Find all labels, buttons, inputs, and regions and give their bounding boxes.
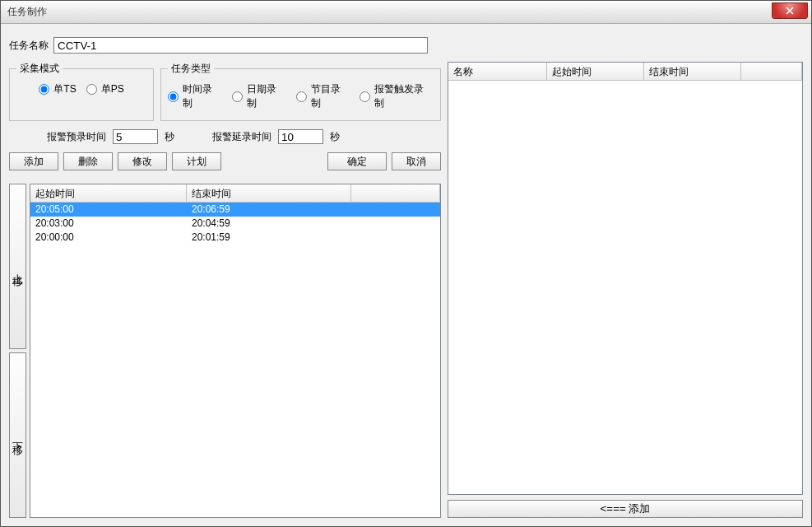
left-col-rest[interactable]: [351, 184, 440, 202]
cell-end: 20:04:59: [187, 217, 351, 231]
window-title: 任务制作: [7, 5, 47, 19]
alarm-delay-label: 报警延录时间: [212, 130, 271, 144]
radio-prog-rec-input[interactable]: [296, 91, 307, 102]
ok-button[interactable]: 确定: [327, 152, 387, 170]
cell-start: 20:05:00: [30, 203, 187, 217]
move-bar: 上移 下移: [9, 184, 26, 518]
alarm-pre-label: 报警预录时间: [47, 130, 106, 144]
table-row[interactable]: 20:05:0020:06:59: [30, 203, 440, 217]
left-column: 采集模式 单TS 单PS: [9, 62, 441, 518]
task-type-legend: 任务类型: [168, 62, 214, 76]
right-column: 名称 起始时间 结束时间 <=== 添加: [448, 62, 803, 518]
right-col-end[interactable]: 结束时间: [644, 63, 741, 80]
right-col-rest[interactable]: [741, 63, 802, 80]
alarm-delay-input[interactable]: [278, 129, 323, 144]
radio-prog-rec[interactable]: 节目录制: [296, 82, 350, 110]
left-grid-header: 起始时间 结束时间: [30, 184, 440, 203]
plan-button[interactable]: 计划: [172, 152, 221, 170]
cancel-button[interactable]: 取消: [392, 152, 441, 170]
radio-single-ps[interactable]: 单PS: [86, 82, 124, 96]
list-area: 上移 下移 起始时间 结束时间 20:05:0020:06:5920:03:00…: [9, 184, 441, 518]
radio-date-rec[interactable]: 日期录制: [232, 82, 286, 110]
content-area: 任务名称 采集模式 单TS: [1, 24, 811, 526]
right-col-name[interactable]: 名称: [448, 63, 547, 80]
alarm-time-row: 报警预录时间 秒 报警延录时间 秒: [9, 129, 441, 144]
cell-start: 20:03:00: [30, 217, 187, 231]
left-col-end[interactable]: 结束时间: [187, 184, 351, 202]
task-name-label: 任务名称: [9, 39, 49, 53]
right-grid-body[interactable]: [448, 81, 802, 494]
right-grid-header: 名称 起始时间 结束时间: [448, 63, 802, 81]
cell-end: 20:01:59: [187, 231, 351, 245]
radio-single-ps-input[interactable]: [86, 84, 97, 95]
alarm-delay-unit: 秒: [330, 130, 340, 144]
radio-time-rec[interactable]: 时间录制: [168, 82, 222, 110]
add-back-button[interactable]: <=== 添加: [448, 500, 803, 518]
move-up-button[interactable]: 上移: [9, 184, 26, 349]
right-col-start[interactable]: 起始时间: [547, 63, 644, 80]
modify-button[interactable]: 修改: [118, 152, 167, 170]
move-down-button[interactable]: 下移: [9, 352, 26, 518]
capture-mode-legend: 采集模式: [16, 62, 63, 76]
task-make-window: 任务制作 任务名称 采集模式 单TS: [0, 0, 812, 527]
cell-start: 20:00:00: [30, 231, 187, 245]
task-name-input[interactable]: [53, 37, 428, 54]
button-row: 添加 删除 修改 计划 确定 取消: [9, 152, 441, 170]
table-row[interactable]: 20:00:0020:01:59: [30, 231, 440, 245]
add-button[interactable]: 添加: [9, 152, 58, 170]
radio-alarm-rec[interactable]: 报警触发录制: [360, 82, 434, 110]
radio-single-ts-input[interactable]: [39, 84, 49, 95]
alarm-pre-input[interactable]: [113, 129, 158, 144]
capture-mode-group: 采集模式 单TS 单PS: [9, 62, 154, 121]
left-grid-body[interactable]: 20:05:0020:06:5920:03:0020:04:5920:00:00…: [30, 203, 440, 517]
radio-time-rec-input[interactable]: [168, 91, 179, 102]
close-icon: [786, 7, 794, 15]
alarm-pre-unit: 秒: [165, 130, 174, 144]
titlebar: 任务制作: [1, 1, 811, 24]
cell-end: 20:06:59: [187, 203, 351, 217]
task-name-row: 任务名称: [9, 37, 803, 54]
right-grid[interactable]: 名称 起始时间 结束时间: [448, 62, 803, 495]
radio-single-ts[interactable]: 单TS: [39, 82, 76, 96]
close-button[interactable]: [772, 2, 808, 19]
radio-alarm-rec-input[interactable]: [360, 91, 370, 102]
group-row: 采集模式 单TS 单PS: [9, 62, 441, 121]
main-columns: 采集模式 单TS 单PS: [9, 62, 803, 518]
task-type-group: 任务类型 时间录制 日期录制: [160, 62, 441, 121]
delete-button[interactable]: 删除: [63, 152, 113, 170]
radio-date-rec-input[interactable]: [232, 91, 243, 102]
left-col-start[interactable]: 起始时间: [30, 184, 187, 202]
table-row[interactable]: 20:03:0020:04:59: [30, 217, 440, 231]
left-time-grid[interactable]: 起始时间 结束时间 20:05:0020:06:5920:03:0020:04:…: [30, 184, 441, 518]
